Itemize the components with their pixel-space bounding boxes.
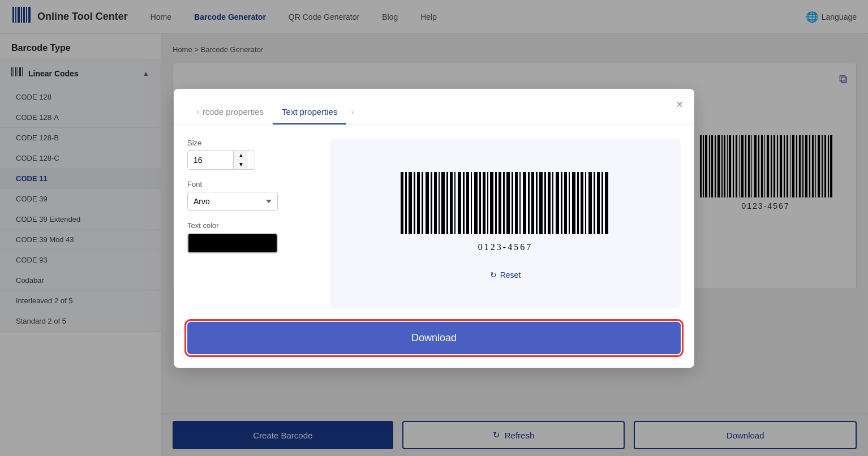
svg-rect-61 [417,172,420,234]
svg-rect-106 [601,172,603,234]
font-select[interactable]: Arvo Arial Times New Roman Courier New G… [187,192,278,211]
modal-barcode-image: 0123-4567 [395,172,616,257]
reset-label: Reset [500,270,521,279]
svg-rect-96 [561,172,562,234]
svg-rect-86 [519,172,521,234]
svg-rect-83 [506,172,510,234]
svg-rect-84 [512,172,513,234]
size-input-group: ▲ ▼ [187,150,255,170]
svg-rect-63 [426,172,429,234]
svg-rect-57 [401,172,403,234]
tab-prev-arrow: ‹ [196,107,199,116]
svg-rect-104 [594,172,595,234]
svg-rect-85 [515,172,518,234]
modal-left-panel: Size ▲ ▼ Font Arvo Ar [187,139,312,308]
svg-rect-71 [458,172,461,234]
text-color-label: Text color [187,221,312,230]
reset-icon: ↻ [490,270,497,279]
svg-rect-91 [539,172,543,234]
modal-footer: Download [174,322,694,368]
svg-rect-66 [439,172,440,234]
modal: ‹ rcode properties Text properties › × S… [174,89,694,368]
svg-rect-80 [495,172,497,234]
size-form-group: Size ▲ ▼ [187,139,312,170]
svg-rect-100 [577,172,579,234]
modal-tab-text-properties[interactable]: Text properties [273,100,346,124]
svg-rect-81 [499,172,501,234]
svg-rect-64 [431,172,432,234]
font-form-group: Font Arvo Arial Times New Roman Courier … [187,180,312,211]
svg-rect-107 [605,172,608,234]
modal-overlay[interactable]: ‹ rcode properties Text properties › × S… [0,0,868,456]
svg-rect-74 [471,172,472,234]
svg-rect-103 [588,172,592,234]
svg-rect-95 [556,172,559,234]
svg-rect-87 [523,172,526,234]
svg-rect-89 [531,172,534,234]
svg-rect-97 [564,172,567,234]
svg-rect-101 [581,172,583,234]
svg-rect-88 [528,172,530,234]
svg-rect-69 [450,172,453,234]
size-decrement-button[interactable]: ▼ [234,160,248,169]
svg-rect-94 [552,172,553,234]
svg-rect-67 [441,172,445,234]
svg-rect-76 [479,172,481,234]
svg-rect-102 [585,172,586,234]
svg-rect-92 [544,172,546,234]
svg-rect-82 [503,172,505,234]
modal-right-panel: 0123-4567 ↻ Reset [330,139,681,308]
svg-rect-60 [414,172,415,234]
svg-rect-78 [487,172,488,234]
size-label: Size [187,139,312,147]
tab-next-arrow: › [346,101,358,123]
modal-body: Size ▲ ▼ Font Arvo Ar [174,125,694,322]
reset-button[interactable]: ↻ Reset [490,270,521,279]
svg-rect-70 [454,172,456,234]
modal-header: ‹ rcode properties Text properties › × [174,89,694,125]
svg-rect-105 [597,172,600,234]
color-swatch[interactable] [187,233,278,253]
text-color-form-group: Text color [187,221,312,253]
font-label: Font [187,180,312,188]
svg-rect-98 [569,172,570,234]
modal-tab-barcode-properties[interactable]: ‹ rcode properties [187,100,273,124]
size-spinners: ▲ ▼ [233,151,248,169]
modal-close-button[interactable]: × [676,98,683,111]
svg-rect-73 [466,172,469,234]
svg-rect-58 [405,172,407,234]
svg-text:0123-4567: 0123-4567 [478,242,532,252]
modal-download-button[interactable]: Download [187,322,681,354]
svg-rect-90 [536,172,538,234]
svg-rect-68 [446,172,448,234]
svg-rect-59 [409,172,412,234]
svg-rect-65 [434,172,437,234]
size-input[interactable] [188,151,233,169]
svg-rect-72 [463,172,465,234]
svg-rect-77 [483,172,485,234]
svg-rect-75 [474,172,478,234]
svg-rect-99 [572,172,575,234]
font-select-wrap: Arvo Arial Times New Roman Courier New G… [187,192,312,211]
svg-rect-79 [490,172,493,234]
svg-rect-93 [548,172,551,234]
size-increment-button[interactable]: ▲ [234,151,248,160]
svg-rect-62 [422,172,423,234]
modal-barcode-preview: 0123-4567 [395,172,616,259]
